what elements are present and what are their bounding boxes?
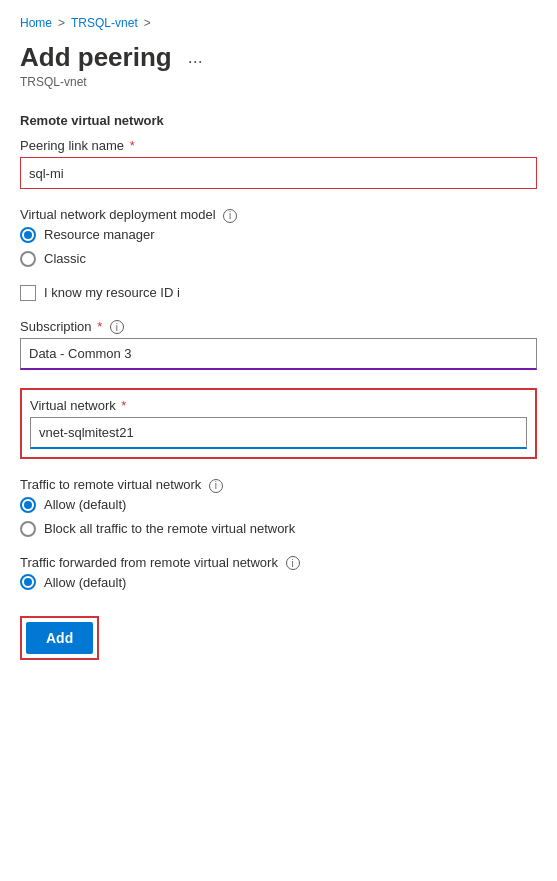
peering-link-name-group: Peering link name * (20, 138, 537, 189)
resource-id-info-icon[interactable]: i (177, 285, 180, 300)
radio-classic-label: Classic (44, 251, 86, 266)
virtual-network-highlight-box: Virtual network * (20, 388, 537, 459)
deployment-model-group: Virtual network deployment model i Resou… (20, 207, 537, 267)
know-resource-id-label: I know my resource ID i (44, 285, 180, 300)
required-marker: * (126, 138, 135, 153)
traffic-forwarded-info-icon[interactable]: i (286, 556, 300, 570)
radio-traffic-block-label: Block all traffic to the remote virtual … (44, 521, 295, 536)
peering-link-name-label: Peering link name * (20, 138, 537, 153)
subscription-label: Subscription * i (20, 319, 537, 335)
radio-traffic-block-circle (20, 521, 36, 537)
breadcrumb: Home > TRSQL-vnet > (20, 16, 537, 30)
traffic-forwarded-group: Traffic forwarded from remote virtual ne… (20, 555, 537, 591)
section-remote-vnet-label: Remote virtual network (20, 113, 537, 128)
traffic-forwarded-radio-group: Allow (default) (20, 574, 537, 590)
add-button-wrapper: Add (20, 616, 99, 660)
subscription-info-icon[interactable]: i (110, 320, 124, 334)
breadcrumb-sep1: > (58, 16, 65, 30)
radio-forwarded-allow-circle (20, 574, 36, 590)
subscription-group: Subscription * i (20, 319, 537, 371)
page-subtitle: TRSQL-vnet (20, 75, 537, 89)
radio-forwarded-allow-label: Allow (default) (44, 575, 126, 590)
traffic-remote-label: Traffic to remote virtual network i (20, 477, 537, 493)
radio-resource-manager[interactable]: Resource manager (20, 227, 537, 243)
breadcrumb-sep2: > (144, 16, 151, 30)
deployment-model-info-icon[interactable]: i (223, 209, 237, 223)
virtual-network-label: Virtual network * (30, 398, 527, 413)
radio-traffic-allow-label: Allow (default) (44, 497, 126, 512)
add-button[interactable]: Add (26, 622, 93, 654)
deployment-model-radio-group: Resource manager Classic (20, 227, 537, 267)
traffic-forwarded-label: Traffic forwarded from remote virtual ne… (20, 555, 537, 571)
radio-forwarded-allow[interactable]: Allow (default) (20, 574, 537, 590)
radio-resource-manager-circle (20, 227, 36, 243)
traffic-remote-radio-group: Allow (default) Block all traffic to the… (20, 497, 537, 537)
radio-traffic-block[interactable]: Block all traffic to the remote virtual … (20, 521, 537, 537)
know-resource-id-checkbox[interactable]: I know my resource ID i (20, 285, 537, 301)
radio-resource-manager-label: Resource manager (44, 227, 155, 242)
breadcrumb-vnet[interactable]: TRSQL-vnet (71, 16, 138, 30)
ellipsis-button[interactable]: ... (182, 45, 209, 70)
radio-traffic-allow-circle (20, 497, 36, 513)
deployment-model-label: Virtual network deployment model i (20, 207, 537, 223)
subscription-input[interactable] (20, 338, 537, 370)
virtual-network-input[interactable] (30, 417, 527, 449)
vnet-required: * (118, 398, 127, 413)
traffic-remote-group: Traffic to remote virtual network i Allo… (20, 477, 537, 537)
page-title: Add peering (20, 42, 172, 73)
subscription-required: * (94, 319, 103, 334)
page-header: Add peering ... (20, 42, 537, 73)
traffic-remote-info-icon[interactable]: i (209, 479, 223, 493)
radio-classic[interactable]: Classic (20, 251, 537, 267)
radio-traffic-allow[interactable]: Allow (default) (20, 497, 537, 513)
peering-link-name-input[interactable] (20, 157, 537, 189)
know-resource-id-box (20, 285, 36, 301)
page-container: Home > TRSQL-vnet > Add peering ... TRSQ… (0, 0, 557, 690)
breadcrumb-home[interactable]: Home (20, 16, 52, 30)
radio-classic-circle (20, 251, 36, 267)
